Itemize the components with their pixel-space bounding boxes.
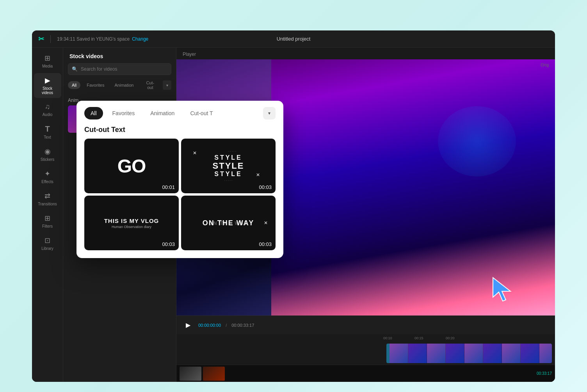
- ruler-mark-2: 00:15: [414, 336, 446, 340]
- filmstrip-frame-4: [446, 344, 464, 363]
- sidebar-item-stock-videos[interactable]: ▶ Stockvideos: [34, 73, 61, 98]
- clip-end-time: 00:33:17: [537, 371, 552, 376]
- timeline-track[interactable]: pexels-ekaterina-bolovtsova-7669...: [180, 344, 552, 363]
- dropdown-tab-cutout[interactable]: Cut-out T: [184, 107, 219, 119]
- bottom-thumb-1: [180, 367, 201, 381]
- track-filmstrip: [390, 344, 552, 363]
- sidebar-label-effects: Effects: [41, 180, 53, 184]
- dropdown-tab-all[interactable]: All: [84, 107, 103, 119]
- style-cross-1: ✕: [193, 150, 197, 156]
- card-vlog-time: 00:03: [162, 241, 175, 247]
- player-label: Player: [176, 48, 555, 59]
- search-icon: 🔍: [72, 66, 78, 72]
- sidebar-item-filters[interactable]: ⊞ Filters: [34, 211, 61, 232]
- sidebar-item-stickers[interactable]: ◉ Stickers: [34, 144, 61, 165]
- filter-more-button[interactable]: ▾: [163, 80, 171, 90]
- filmstrip-frame-6: [483, 344, 502, 363]
- card-vlog-text: THIS IS MY VLOG Human Observation diary: [104, 217, 159, 229]
- sidebar-label-library: Library: [41, 246, 53, 251]
- time-separator: /: [226, 323, 227, 328]
- app-logo: ✂: [38, 35, 44, 43]
- save-status: 19:34:11 Saved in YEUNG's space: [57, 36, 130, 42]
- sidebar-label-filters: Filters: [42, 224, 53, 228]
- panel-title: Stock videos: [63, 48, 176, 63]
- style-dots: · · · · ·: [228, 150, 236, 153]
- dropdown-header: All Favorites Animation Cut-out T ▾: [76, 101, 283, 119]
- svg-marker-0: [493, 278, 511, 301]
- sidebar-label-media: Media: [42, 64, 53, 68]
- dropdown-grid: GO 00:01 STYLE STYLE STYLE ✕ ✕ · · · · ·…: [76, 139, 283, 258]
- cursor-arrow: [491, 276, 514, 303]
- sidebar-item-media[interactable]: ⊞ Media: [34, 51, 61, 71]
- sidebar-item-library[interactable]: ⊡ Library: [34, 233, 61, 254]
- track-clip: pexels-ekaterina-bolovtsova-7669...: [386, 344, 552, 363]
- filters-icon: ⊞: [44, 214, 50, 223]
- dropdown-card-style[interactable]: STYLE STYLE STYLE ✕ ✕ · · · · · · · · · …: [181, 139, 276, 193]
- card-way-fg-text: ON THE WAY: [203, 219, 254, 227]
- dropdown-tab-animation[interactable]: Animation: [144, 107, 181, 119]
- dropdown-card-way[interactable]: ON THE WAY ON THE WAY ✕ 00:03: [181, 196, 276, 250]
- time-current: 00:00:00:00: [198, 323, 221, 328]
- sidebar: ⊞ Media ▶ Stockvideos ♫ Audio T Text ◉ S…: [32, 48, 63, 382]
- style-dots-2: · · · · ·: [224, 179, 232, 182]
- card-vlog-sub: Human Observation diary: [112, 225, 151, 229]
- divider: [50, 35, 51, 43]
- card-way-time: 00:03: [259, 241, 272, 247]
- transitions-icon: ⇄: [44, 192, 50, 200]
- filmstrip-frame-1: [390, 344, 408, 363]
- filter-tab-cutout[interactable]: Cut-out: [140, 79, 160, 91]
- orig-label: Orig: [541, 62, 549, 67]
- ruler-mark-1: 00:10: [383, 336, 414, 340]
- bottom-thumbnails: 00:33:17: [176, 365, 555, 382]
- card-go-time: 00:01: [162, 184, 175, 190]
- dropdown-tab-favorites[interactable]: Favorites: [106, 107, 141, 119]
- player-controls: ▶ 00:00:00:00 / 00:00:33:17: [176, 315, 555, 334]
- search-bar: 🔍: [68, 63, 171, 75]
- text-icon: T: [45, 125, 50, 134]
- card-go-text: GO: [117, 155, 146, 177]
- dropdown-modal: All Favorites Animation Cut-out T ▾ Cut-…: [76, 101, 283, 258]
- sidebar-item-audio[interactable]: ♫ Audio: [34, 100, 61, 120]
- top-bar: ✂ 19:34:11 Saved in YEUNG's space Change…: [32, 30, 555, 48]
- dropdown-card-vlog[interactable]: THIS IS MY VLOG Human Observation diary …: [84, 196, 179, 250]
- sidebar-label-transitions: Transitions: [38, 202, 57, 206]
- sidebar-label-audio: Audio: [43, 112, 53, 117]
- card-style-text: STYLE STYLE STYLE: [213, 154, 244, 177]
- sidebar-item-text[interactable]: T Text: [34, 121, 61, 143]
- filmstrip-frame-2: [408, 344, 427, 363]
- filter-tabs: All Favorites Animation Cut-out ▾: [63, 79, 176, 91]
- filter-tab-animation[interactable]: Animation: [110, 81, 137, 89]
- filmstrip-frame-9: [539, 344, 552, 363]
- sidebar-item-transitions[interactable]: ⇄ Transitions: [34, 189, 61, 209]
- sidebar-label-text: Text: [44, 135, 51, 139]
- filmstrip-frame-3: [427, 344, 446, 363]
- dropdown-more-button[interactable]: ▾: [263, 107, 276, 119]
- filmstrip-frame-5: [464, 344, 483, 363]
- search-input[interactable]: [68, 63, 171, 75]
- change-link[interactable]: Change: [132, 36, 148, 42]
- filter-tab-all[interactable]: All: [68, 81, 80, 89]
- bottom-thumb-2: [203, 367, 225, 381]
- dropdown-card-go[interactable]: GO 00:01: [84, 139, 179, 193]
- card-style-time: 00:03: [259, 184, 272, 190]
- filmstrip-frame-8: [521, 344, 539, 363]
- dropdown-section-title: Cut-out Text: [76, 119, 283, 139]
- sidebar-label-stickers: Stickers: [41, 157, 55, 162]
- media-icon: ⊞: [44, 54, 50, 62]
- audio-icon: ♫: [45, 103, 50, 111]
- time-total: 00:00:33:17: [231, 323, 254, 328]
- sidebar-item-effects[interactable]: ✦ Effects: [34, 166, 61, 187]
- ruler-mark-3: 00:20: [446, 336, 477, 340]
- sidebar-label-stock-videos: Stockvideos: [42, 86, 53, 95]
- effects-icon: ✦: [44, 169, 50, 178]
- filter-tab-favorites[interactable]: Favorites: [83, 81, 108, 89]
- way-cross: ✕: [264, 220, 268, 226]
- play-button[interactable]: ▶: [183, 320, 194, 331]
- timeline-ruler: 00:10 00:15 00:20: [176, 334, 555, 342]
- stock-videos-icon: ▶: [45, 76, 50, 85]
- style-cross-2: ✕: [256, 172, 260, 178]
- filmstrip-frame-7: [502, 344, 521, 363]
- ruler-marks: 00:10 00:15 00:20: [383, 334, 477, 342]
- card-vlog-main: THIS IS MY VLOG: [104, 217, 159, 224]
- library-icon: ⊡: [44, 236, 50, 245]
